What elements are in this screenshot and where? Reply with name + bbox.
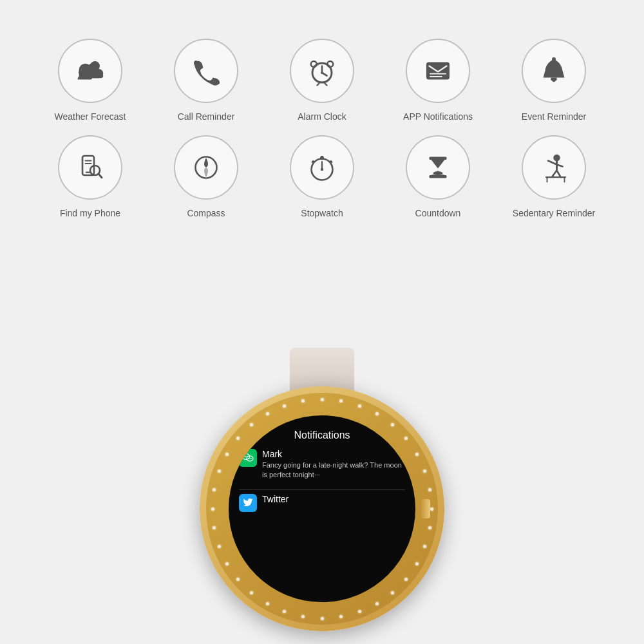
person-sitting-icon xyxy=(538,152,569,183)
svg-line-13 xyxy=(325,84,327,86)
twitter-icon xyxy=(239,494,257,512)
feature-countdown[interactable]: Countdown xyxy=(386,135,489,219)
phone-search-icon xyxy=(75,152,106,183)
notification-divider xyxy=(239,489,405,490)
feature-find-my-phone[interactable]: Find my Phone xyxy=(39,135,142,219)
watch-screen-title: Notifications xyxy=(294,430,350,441)
feature-alarm-clock[interactable]: Alarm Clock xyxy=(270,39,374,122)
wechat-sender: Mark xyxy=(262,449,405,459)
svg-line-41 xyxy=(552,171,557,178)
call-reminder-circle xyxy=(174,39,238,103)
svg-point-50 xyxy=(249,458,250,459)
feature-app-notifications[interactable]: APP Notifications xyxy=(386,39,489,122)
compass-icon xyxy=(191,152,222,183)
notification-message-icon xyxy=(422,55,453,86)
twitter-sender: Twitter xyxy=(262,494,405,504)
alarm-clock-label: Alarm Clock xyxy=(298,111,346,122)
find-my-phone-circle xyxy=(58,135,122,200)
svg-line-42 xyxy=(557,171,561,178)
features-section: Weather Forecast Call Reminder xyxy=(0,0,644,238)
feature-row-2: Find my Phone Compass xyxy=(32,135,612,219)
feature-weather-forecast[interactable]: Weather Forecast xyxy=(39,39,142,122)
app-notifications-circle xyxy=(406,39,470,103)
watch-screen: Notifications Mark xyxy=(229,415,415,602)
compass-circle xyxy=(174,135,238,200)
feature-stopwatch[interactable]: Stopwatch xyxy=(270,135,374,219)
app-notifications-label: APP Notifications xyxy=(403,111,473,122)
feature-event-reminder[interactable]: Event Reminder xyxy=(502,39,605,122)
watch-section: // Generate diamond dots around the circ… xyxy=(187,348,457,644)
hourglass-icon xyxy=(422,152,453,183)
svg-point-51 xyxy=(251,458,252,459)
wechat-notif-content: Mark Fancy going for a late-night walk? … xyxy=(262,449,405,480)
event-reminder-label: Event Reminder xyxy=(522,111,586,122)
compass-label: Compass xyxy=(187,207,225,219)
wechat-notification: Mark Fancy going for a late-night walk? … xyxy=(239,449,405,480)
sedentary-reminder-label: Sedentary Reminder xyxy=(513,207,595,219)
watch-crown xyxy=(421,499,430,518)
svg-line-39 xyxy=(548,161,557,165)
feature-row-1: Weather Forecast Call Reminder xyxy=(32,39,612,122)
watch-bezel: // Generate diamond dots around the circ… xyxy=(206,393,438,625)
svg-rect-18 xyxy=(551,78,557,81)
twitter-notification: Twitter xyxy=(239,494,405,512)
alarm-clock-circle xyxy=(290,39,354,103)
phone-icon xyxy=(191,55,222,86)
twitter-notif-content: Twitter xyxy=(262,494,405,506)
feature-sedentary-reminder[interactable]: Sedentary Reminder xyxy=(502,135,605,219)
sedentary-reminder-circle xyxy=(522,135,586,200)
svg-line-23 xyxy=(99,174,102,178)
feature-compass[interactable]: Compass xyxy=(155,135,258,219)
svg-rect-35 xyxy=(430,175,447,178)
svg-point-9 xyxy=(321,71,323,74)
svg-point-36 xyxy=(433,171,443,175)
call-reminder-label: Call Reminder xyxy=(178,111,235,122)
watch-outer: // Generate diamond dots around the circ… xyxy=(200,386,444,631)
stopwatch-label: Stopwatch xyxy=(301,207,343,219)
svg-point-47 xyxy=(245,456,246,457)
svg-point-37 xyxy=(553,155,560,162)
svg-line-12 xyxy=(317,84,319,86)
stopwatch-circle xyxy=(290,135,354,200)
bell-icon xyxy=(538,55,569,86)
event-reminder-circle xyxy=(522,39,586,103)
svg-rect-34 xyxy=(430,157,447,160)
svg-rect-30 xyxy=(321,156,324,158)
stopwatch-icon xyxy=(307,152,337,183)
countdown-label: Countdown xyxy=(415,207,461,219)
feature-call-reminder[interactable]: Call Reminder xyxy=(155,39,258,122)
alarm-icon xyxy=(307,55,337,86)
svg-point-19 xyxy=(552,57,556,61)
cloud-icon xyxy=(75,55,106,86)
find-my-phone-label: Find my Phone xyxy=(60,207,120,219)
countdown-circle xyxy=(406,135,470,200)
wechat-message: Fancy going for a late-night walk? The m… xyxy=(262,460,405,480)
weather-forecast-circle xyxy=(58,39,122,103)
weather-forecast-label: Weather Forecast xyxy=(54,111,126,122)
